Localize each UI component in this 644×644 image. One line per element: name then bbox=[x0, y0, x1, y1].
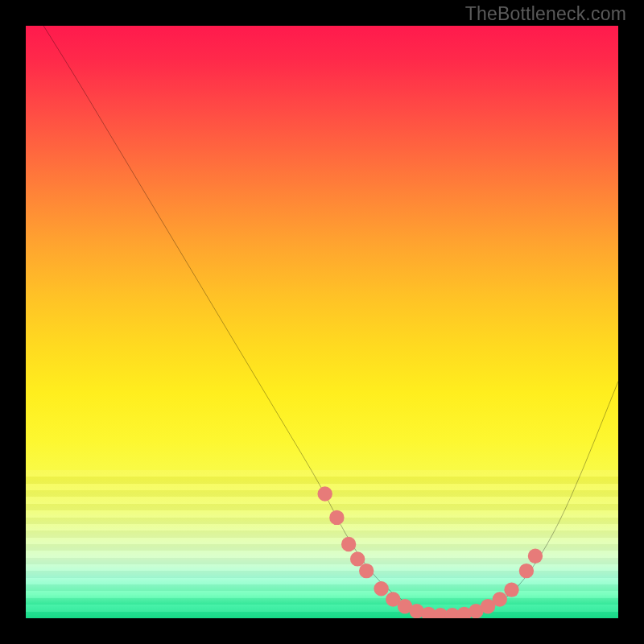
marker-dot bbox=[329, 510, 344, 525]
marker-dot bbox=[504, 582, 518, 597]
marker-dot bbox=[493, 592, 507, 606]
marker-dot bbox=[350, 551, 365, 566]
marker-dot bbox=[528, 549, 543, 564]
marker-dot bbox=[317, 486, 332, 501]
curve-layer bbox=[26, 26, 618, 618]
chart-frame: TheBottleneck.com bbox=[0, 0, 644, 644]
marker-dot bbox=[374, 581, 388, 596]
marker-dot bbox=[359, 564, 374, 578]
marker-dot bbox=[519, 564, 534, 578]
marker-dot bbox=[341, 537, 356, 551]
bottleneck-curve bbox=[43, 26, 618, 615]
watermark-text: TheBottleneck.com bbox=[465, 3, 626, 25]
plot-area bbox=[26, 26, 618, 618]
curve-markers bbox=[317, 486, 543, 618]
